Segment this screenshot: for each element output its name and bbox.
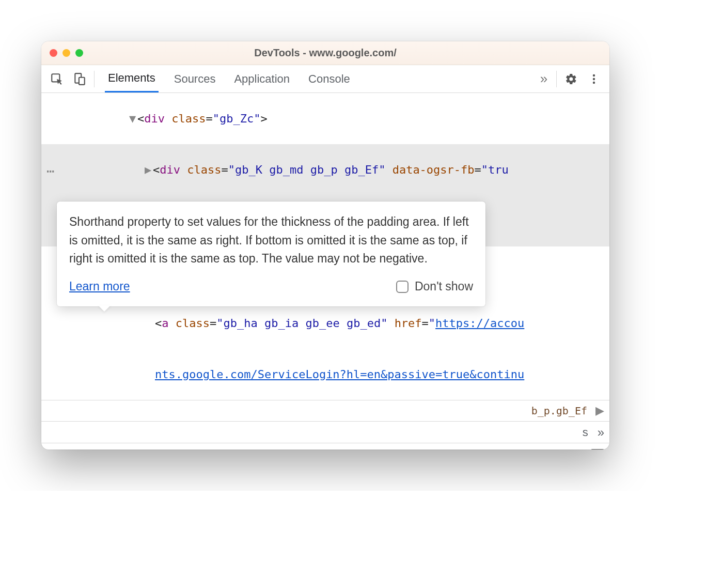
svg-point-4: [593, 78, 595, 80]
styles-tabs-bar[interactable]: s »: [41, 422, 609, 443]
href-link[interactable]: https://accou: [435, 317, 524, 330]
dont-show-label: Don't show: [415, 277, 473, 296]
toggle-sidebar-icon[interactable]: [591, 449, 604, 450]
more-tabs-icon[interactable]: »: [535, 71, 553, 87]
device-toolbar-icon[interactable]: [68, 72, 91, 86]
tab-console[interactable]: Console: [305, 65, 353, 92]
svg-point-5: [593, 81, 595, 83]
minimize-window-button[interactable]: [62, 49, 70, 57]
disclosure-triangle-icon[interactable]: ▼: [129, 110, 137, 127]
separator: [94, 71, 95, 87]
breadcrumb-bar[interactable]: b_p.gb_Ef ▶: [41, 400, 609, 422]
styles-tab-fragment[interactable]: s: [583, 426, 588, 439]
disclosure-triangle-icon[interactable]: ▶: [145, 161, 153, 178]
devtools-window: DevTools - www.google.com/ Elements Sour…: [41, 41, 609, 450]
svg-rect-2: [79, 77, 85, 84]
settings-icon[interactable]: [560, 73, 583, 85]
tab-application[interactable]: Application: [231, 65, 293, 92]
dom-line-selected[interactable]: ⋯▶<div class="gb_K gb_md gb_p gb_Ef" dat…: [41, 144, 609, 195]
main-toolbar: Elements Sources Application Console »: [41, 65, 609, 93]
dont-show-checkbox[interactable]: [396, 281, 409, 293]
learn-more-link[interactable]: Learn more: [69, 277, 130, 296]
tooltip-arrow-icon: [98, 305, 111, 312]
tab-sources[interactable]: Sources: [171, 65, 219, 92]
breadcrumb-item[interactable]: b_p.gb_Ef: [531, 405, 587, 417]
more-tabs-icon[interactable]: »: [598, 425, 604, 440]
svg-rect-7: [591, 450, 604, 450]
tab-elements[interactable]: Elements: [105, 65, 159, 92]
traffic-lights: [50, 49, 83, 57]
computed-styles-icon[interactable]: [567, 449, 579, 450]
overflow-icon[interactable]: ⋯: [46, 161, 56, 181]
kebab-menu-icon[interactable]: [583, 73, 605, 85]
zoom-window-button[interactable]: [75, 49, 83, 57]
svg-point-3: [593, 74, 595, 76]
inspect-element-icon[interactable]: [45, 72, 68, 86]
tooltip-text: Shorthand property to set values for the…: [69, 213, 473, 268]
dom-line[interactable]: ▼<div class="gb_Zc">: [41, 93, 609, 144]
dom-line[interactable]: nts.google.com/ServiceLogin?hl=en&passiv…: [41, 349, 609, 400]
styles-filter-bar: F +◢: [41, 443, 609, 450]
panel-tabs: Elements Sources Application Console: [105, 65, 353, 92]
href-link[interactable]: nts.google.com/ServiceLogin?hl=en&passiv…: [155, 368, 524, 381]
scroll-right-icon[interactable]: ▶: [595, 404, 604, 417]
css-tooltip-popover: Shorthand property to set values for the…: [57, 202, 485, 306]
filter-input-fragment[interactable]: F: [45, 448, 52, 450]
close-window-button[interactable]: [50, 49, 57, 57]
titlebar: DevTools - www.google.com/: [41, 41, 609, 65]
separator: [556, 71, 557, 87]
new-style-rule-icon[interactable]: +◢: [548, 446, 556, 450]
window-title: DevTools - www.google.com/: [41, 47, 609, 59]
